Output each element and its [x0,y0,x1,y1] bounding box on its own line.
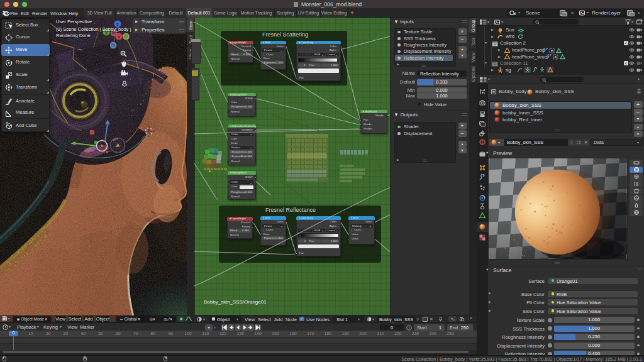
svg-text:x: x [118,35,120,39]
svg-text:z: z [116,22,119,26]
